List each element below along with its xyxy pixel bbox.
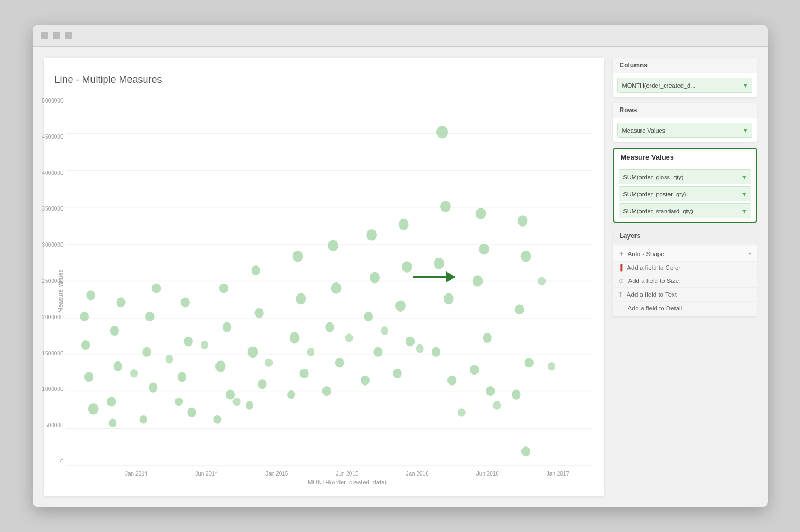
svg-point-42 [289, 332, 299, 344]
svg-point-85 [381, 326, 388, 335]
svg-point-63 [443, 293, 453, 305]
svg-point-15 [110, 326, 118, 336]
svg-point-36 [254, 308, 263, 318]
svg-point-38 [258, 379, 266, 389]
svg-point-11 [84, 372, 93, 382]
svg-point-52 [364, 312, 372, 321]
svg-point-18 [116, 297, 125, 307]
svg-point-75 [524, 358, 533, 367]
svg-point-48 [334, 358, 343, 367]
svg-point-12 [80, 312, 88, 321]
svg-point-43 [299, 369, 308, 378]
svg-point-13 [88, 403, 98, 415]
measure-field-standard[interactable]: SUM(order_standard_qty) ▾ [619, 203, 751, 218]
columns-section: Columns MONTH(order_created_d... ▾ [613, 58, 757, 97]
svg-point-39 [245, 401, 253, 410]
rows-field-pill[interactable]: Measure Values ▾ [617, 123, 752, 138]
svg-point-74 [515, 304, 524, 314]
svg-point-28 [187, 408, 196, 417]
svg-point-16 [113, 361, 122, 371]
svg-point-19 [109, 419, 116, 428]
svg-point-78 [130, 369, 138, 378]
measure-field-gloss[interactable]: SUM(order_gloss_qty) ▾ [619, 169, 751, 184]
svg-point-88 [493, 401, 501, 410]
title-bar [33, 25, 768, 47]
text-label: Add a field to Text [627, 291, 677, 298]
svg-point-57 [395, 300, 406, 312]
svg-point-82 [265, 359, 273, 367]
svg-point-44 [287, 390, 295, 399]
svg-point-79 [165, 355, 173, 364]
svg-point-51 [370, 272, 380, 284]
layers-section: Layers ✦ Auto - Shape ▾ ▐ Add a field to… [613, 228, 757, 316]
svg-point-17 [106, 397, 115, 406]
x-axis-label: MONTH(order_created_date) [66, 479, 593, 485]
svg-point-45 [327, 240, 338, 251]
columns-field-pill[interactable]: MONTH(order_created_d... ▾ [617, 78, 752, 93]
detail-icon: ⁘ [619, 304, 623, 312]
svg-point-20 [145, 312, 154, 321]
svg-point-76 [512, 390, 520, 400]
app-window: Line - Multiple Measures Measure Values … [33, 25, 768, 507]
chart-title: Line - Multiple Measures [55, 74, 593, 86]
svg-point-86 [416, 344, 423, 353]
svg-point-70 [469, 365, 478, 375]
right-panel: Columns MONTH(order_created_d... ▾ Rows … [613, 58, 757, 496]
window-btn-3[interactable] [65, 32, 72, 39]
size-icon: ⊙ [619, 277, 624, 285]
text-icon: T [619, 291, 622, 298]
text-row[interactable]: T Add a field to Text [613, 288, 757, 302]
size-row[interactable]: ⊙ Add a field to Size [613, 274, 757, 288]
columns-dropdown-icon[interactable]: ▾ [744, 81, 747, 89]
detail-row[interactable]: ⁘ Add a field to Detail [613, 302, 757, 314]
svg-point-25 [180, 297, 189, 307]
size-label: Add a field to Size [628, 278, 679, 284]
window-btn-1[interactable] [41, 32, 48, 39]
x-axis-labels: Jan 2014 Jun 2014 Jan 2015 Jun 2015 Jan … [66, 468, 593, 477]
svg-point-32 [215, 360, 225, 372]
measure-values-section: Measure Values SUM(order_gloss_qty) ▾ SU… [613, 148, 757, 223]
standard-dropdown-icon[interactable]: ▾ [742, 207, 746, 215]
svg-point-61 [440, 201, 451, 212]
rows-dropdown-icon[interactable]: ▾ [744, 126, 747, 134]
columns-body: MONTH(order_created_d... ▾ [613, 73, 757, 97]
svg-point-30 [219, 283, 228, 293]
measure-field-poster[interactable]: SUM(order_poster_qty) ▾ [619, 186, 751, 201]
svg-point-72 [517, 215, 527, 227]
measure-values-body: SUM(order_gloss_qty) ▾ SUM(order_poster_… [614, 166, 756, 222]
color-icon: ▐ [619, 264, 623, 271]
svg-point-77 [521, 446, 530, 456]
svg-point-58 [405, 336, 414, 346]
window-btn-2[interactable] [53, 32, 60, 39]
svg-point-27 [177, 372, 186, 382]
svg-point-81 [232, 398, 240, 406]
svg-point-87 [457, 408, 465, 417]
content-area: Line - Multiple Measures Measure Values … [33, 47, 768, 507]
color-row[interactable]: ▐ Add a field to Color [613, 262, 757, 274]
auto-shape-row[interactable]: ✦ Auto - Shape ▾ [613, 246, 757, 262]
layers-header: Layers [613, 228, 757, 244]
gloss-dropdown-icon[interactable]: ▾ [742, 173, 746, 181]
bottom-spacer [613, 322, 757, 496]
svg-point-80 [200, 341, 208, 349]
star-icon: ✦ [619, 250, 625, 258]
svg-point-59 [393, 369, 401, 378]
poster-dropdown-icon[interactable]: ▾ [742, 190, 746, 198]
auto-shape-dropdown-icon[interactable]: ▾ [748, 251, 751, 257]
svg-point-90 [547, 362, 555, 371]
svg-point-34 [213, 415, 221, 424]
svg-point-31 [222, 322, 231, 332]
svg-point-56 [401, 261, 412, 273]
svg-point-64 [431, 347, 440, 357]
svg-point-10 [81, 340, 89, 350]
svg-point-54 [360, 376, 369, 386]
svg-point-23 [151, 283, 160, 293]
rows-section: Rows Measure Values ▾ [613, 103, 757, 142]
svg-point-22 [149, 383, 157, 393]
svg-point-84 [345, 333, 353, 342]
chart-canvas: 5000000 4500000 4000000 3500000 3000000 … [66, 97, 593, 466]
svg-point-33 [225, 390, 234, 400]
svg-point-69 [483, 333, 491, 343]
svg-point-49 [322, 386, 331, 396]
y-axis-labels: 5000000 4500000 4000000 3500000 3000000 … [33, 97, 64, 466]
